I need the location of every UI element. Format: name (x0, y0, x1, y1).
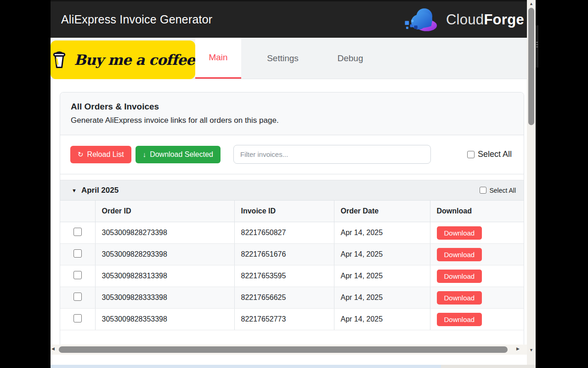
select-all-global: Select All (467, 150, 512, 159)
orders-card: All Orders & Invoices Generate AliExpres… (60, 92, 524, 348)
row-download-button[interactable]: Download (437, 313, 482, 326)
tab-main[interactable]: Main (195, 38, 241, 79)
download-cell: Download (430, 222, 524, 244)
underlying-page-strip (51, 365, 441, 368)
row-checkbox[interactable] (74, 228, 82, 236)
card-subtitle: Generate AliExpress invoice links for al… (71, 116, 513, 125)
scroll-right-arrow-icon[interactable]: ▶ (516, 346, 520, 351)
horizontal-scrollbar[interactable]: ◀ ▶ (51, 345, 527, 355)
order-id-cell: 3053009828293398 (95, 244, 234, 265)
extension-popup: AliExpress Invoice Generator (51, 0, 536, 365)
app-title: AliExpress Invoice Generator (61, 13, 212, 26)
invoice-id-cell: 82217650827 (234, 222, 334, 244)
row-checkbox-cell (60, 244, 95, 265)
popup-header: AliExpress Invoice Generator (51, 0, 527, 38)
cloudforge-logo-icon (404, 6, 441, 33)
select-all-group-label: Select All (489, 187, 516, 194)
select-all-global-label: Select All (478, 150, 512, 159)
collapse-triangle-icon: ▼ (72, 188, 77, 193)
table-row: 3053009828313398 82217653595 Apr 14, 202… (60, 265, 524, 287)
underlying-page-scrollbar (536, 25, 538, 68)
order-date-cell: Apr 14, 2025 (334, 309, 430, 330)
reload-label: Reload List (87, 150, 124, 159)
table-header: Order ID Invoice ID Order Date Download (60, 201, 524, 222)
scroll-up-arrow-icon[interactable]: ▲ (527, 1, 536, 6)
brand-name: CloudForge (446, 12, 524, 28)
order-date-cell: Apr 14, 2025 (334, 265, 430, 287)
toolbar: ↻ Reload List ↓ Download Selected Select… (60, 135, 524, 174)
table-body: 3053009828273398 82217650827 Apr 14, 202… (60, 222, 524, 330)
select-all-group: Select All (480, 187, 516, 194)
row-download-button[interactable]: Download (437, 291, 482, 305)
col-checkbox (60, 201, 95, 222)
invoice-id-cell: 82217651676 (234, 244, 334, 265)
table-row: 3053009828353398 82217652773 Apr 14, 202… (60, 309, 524, 330)
group-collapse-toggle[interactable]: ▼ April 2025 (72, 186, 119, 195)
reload-icon: ↻ (78, 151, 84, 158)
row-download-button[interactable]: Download (437, 226, 482, 240)
select-all-global-checkbox[interactable] (467, 151, 475, 158)
row-checkbox[interactable] (74, 271, 82, 279)
reload-list-button[interactable]: ↻ Reload List (70, 146, 131, 163)
buy-me-a-coffee-button[interactable]: Buy me a coffee (51, 40, 195, 79)
order-date-cell: Apr 14, 2025 (334, 244, 430, 265)
invoice-id-cell: 82217652773 (234, 309, 334, 330)
card-title: All Orders & Invoices (71, 102, 513, 112)
filter-invoices-input[interactable] (233, 145, 431, 164)
vertical-scrollbar-thumb[interactable] (528, 8, 534, 125)
download-icon: ↓ (143, 151, 147, 158)
table-row: 3053009828293398 82217651676 Apr 14, 202… (60, 244, 524, 265)
row-checkbox-cell (60, 287, 95, 309)
horizontal-scrollbar-thumb[interactable] (59, 346, 508, 353)
invoice-id-cell: 82217653595 (234, 265, 334, 287)
order-id-cell: 3053009828353398 (95, 309, 234, 330)
download-cell: Download (430, 265, 524, 287)
tab-debug[interactable]: Debug (324, 38, 376, 79)
popup-content: AliExpress Invoice Generator (51, 0, 527, 365)
order-id-cell: 3053009828273398 (95, 222, 234, 244)
col-order-date: Order Date (334, 201, 430, 222)
row-checkbox[interactable] (74, 314, 82, 322)
row-checkbox[interactable] (74, 293, 82, 301)
order-id-cell: 3053009828333398 (95, 287, 234, 309)
order-id-cell: 3053009828313398 (95, 265, 234, 287)
row-download-button[interactable]: Download (437, 248, 482, 261)
main-panel: All Orders & Invoices Generate AliExpres… (51, 80, 527, 355)
select-all-group-checkbox[interactable] (480, 187, 486, 194)
scroll-down-arrow-icon[interactable]: ▼ (527, 348, 536, 352)
download-cell: Download (430, 244, 524, 265)
group-title: April 2025 (81, 186, 119, 195)
invoices-table: Order ID Invoice ID Order Date Download … (60, 200, 524, 330)
col-invoice-id: Invoice ID (234, 201, 334, 222)
row-download-button[interactable]: Download (437, 270, 482, 283)
download-selected-button[interactable]: ↓ Download Selected (136, 146, 220, 163)
brand-logo: CloudForge (404, 6, 524, 33)
group-header-april-2025: ▼ April 2025 Select All (60, 180, 524, 200)
row-checkbox-cell (60, 309, 95, 330)
download-cell: Download (430, 287, 524, 309)
download-selected-label: Download Selected (150, 150, 213, 159)
tab-settings[interactable]: Settings (254, 38, 312, 79)
col-download: Download (430, 201, 524, 222)
tab-bar: Buy me a coffee Main Settings Debug (51, 38, 527, 79)
coffee-button-label: Buy me a coffee (74, 52, 194, 68)
col-order-id: Order ID (95, 201, 234, 222)
table-row: 3053009828333398 82217656625 Apr 14, 202… (60, 287, 524, 309)
scroll-left-arrow-icon[interactable]: ◀ (51, 346, 55, 351)
underlying-page-strip-gray (441, 365, 536, 368)
invoice-id-cell: 82217656625 (234, 287, 334, 309)
order-date-cell: Apr 14, 2025 (334, 287, 430, 309)
order-date-cell: Apr 14, 2025 (334, 222, 430, 244)
table-row: 3053009828273398 82217650827 Apr 14, 202… (60, 222, 524, 244)
row-checkbox-cell (60, 265, 95, 287)
row-checkbox[interactable] (74, 249, 82, 258)
download-cell: Download (430, 309, 524, 330)
coffee-cup-icon (51, 49, 68, 70)
vertical-scrollbar[interactable]: ▲ ▼ (527, 0, 536, 365)
card-header: All Orders & Invoices Generate AliExpres… (60, 92, 524, 135)
row-checkbox-cell (60, 222, 95, 244)
